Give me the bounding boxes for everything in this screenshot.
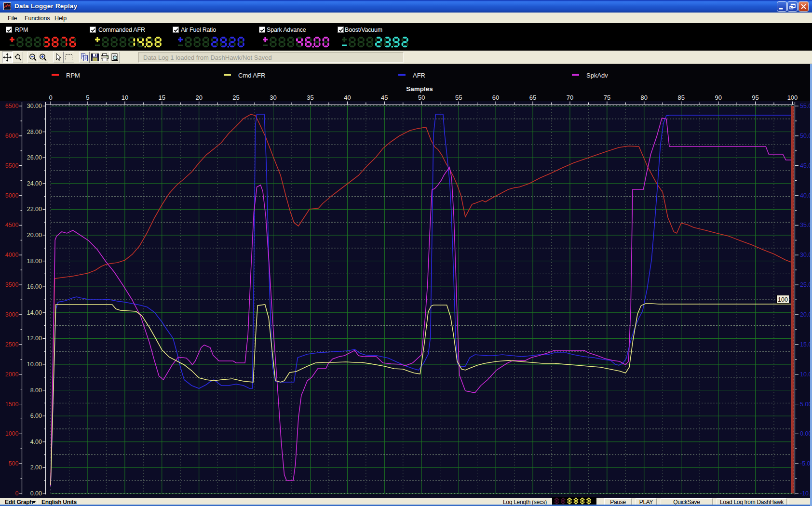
svg-text:0: 0 xyxy=(49,94,52,101)
svg-text:6.00: 6.00 xyxy=(30,413,42,419)
svg-text:55: 55 xyxy=(455,94,462,101)
svg-text:4000: 4000 xyxy=(5,252,19,258)
svg-text:28.00: 28.00 xyxy=(27,129,42,135)
svg-text:1000: 1000 xyxy=(5,430,19,437)
svg-text:75: 75 xyxy=(604,94,610,101)
svg-text:Cmd AFR: Cmd AFR xyxy=(238,72,265,79)
svg-text:8.00: 8.00 xyxy=(30,387,42,394)
svg-text:3500: 3500 xyxy=(5,281,19,288)
svg-text:100: 100 xyxy=(787,94,798,101)
svg-text:60: 60 xyxy=(492,94,499,101)
svg-text:18.00: 18.00 xyxy=(27,258,42,265)
svg-text:Samples: Samples xyxy=(406,85,433,93)
svg-text:6500: 6500 xyxy=(5,103,19,109)
svg-text:5: 5 xyxy=(86,94,89,101)
svg-text:2.00: 2.00 xyxy=(30,464,42,471)
svg-text:90: 90 xyxy=(715,94,721,101)
svg-text:50: 50 xyxy=(418,94,425,101)
svg-text:AFR: AFR xyxy=(413,72,425,79)
svg-text:26.00: 26.00 xyxy=(27,154,42,161)
svg-text:22.00: 22.00 xyxy=(27,206,42,213)
svg-text:85: 85 xyxy=(677,94,684,101)
svg-text:4.00: 4.00 xyxy=(30,439,42,445)
svg-text:5000: 5000 xyxy=(5,192,19,199)
svg-text:RPM: RPM xyxy=(66,72,80,79)
svg-text:20: 20 xyxy=(195,94,202,101)
svg-text:2000: 2000 xyxy=(5,371,19,378)
svg-text:2500: 2500 xyxy=(5,341,19,348)
svg-text:14.00: 14.00 xyxy=(27,309,42,316)
svg-text:70: 70 xyxy=(567,94,573,101)
svg-text:10.00: 10.00 xyxy=(27,361,42,368)
svg-text:5500: 5500 xyxy=(5,162,19,169)
svg-text:SpkAdv: SpkAdv xyxy=(586,72,608,79)
svg-text:12.00: 12.00 xyxy=(27,335,42,342)
svg-text:3000: 3000 xyxy=(5,311,19,318)
svg-text:10: 10 xyxy=(122,94,128,101)
svg-text:6000: 6000 xyxy=(5,133,19,139)
svg-text:95: 95 xyxy=(752,94,758,101)
svg-text:15: 15 xyxy=(159,94,165,101)
svg-text:80: 80 xyxy=(641,94,648,101)
svg-text:16.00: 16.00 xyxy=(27,283,42,290)
svg-text:4500: 4500 xyxy=(5,222,19,228)
svg-text:500: 500 xyxy=(9,460,19,467)
svg-text:30: 30 xyxy=(270,94,276,101)
svg-text:100: 100 xyxy=(778,296,788,303)
svg-text:20.00: 20.00 xyxy=(27,232,42,239)
svg-text:0.00: 0.00 xyxy=(30,490,42,497)
svg-text:40: 40 xyxy=(344,94,351,101)
svg-text:35: 35 xyxy=(307,94,313,101)
svg-text:0: 0 xyxy=(15,490,19,497)
svg-text:65: 65 xyxy=(529,94,536,101)
svg-text:30.00: 30.00 xyxy=(27,103,42,109)
svg-text:25: 25 xyxy=(232,94,239,101)
svg-text:1500: 1500 xyxy=(5,401,19,408)
svg-text:45: 45 xyxy=(381,94,388,101)
svg-text:24.00: 24.00 xyxy=(27,180,42,187)
